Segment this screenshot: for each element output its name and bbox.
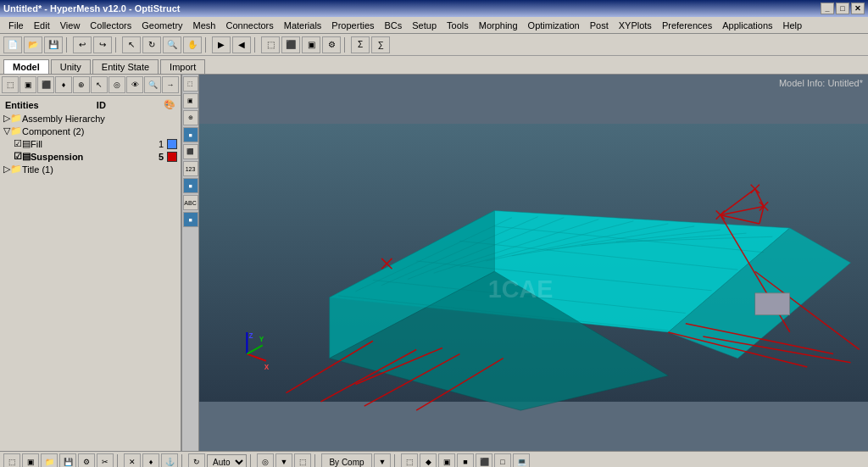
bt-btn-17[interactable]: ■ — [457, 453, 474, 467]
menu-view[interactable]: View — [55, 19, 86, 32]
menu-collectors[interactable]: Collectors — [85, 19, 136, 32]
tb2[interactable]: ◀ — [232, 36, 251, 53]
close-button[interactable]: ✕ — [851, 3, 865, 14]
icon-btn-3[interactable]: ⬛ — [37, 76, 54, 93]
icon-btn-5[interactable]: ⊕ — [73, 76, 90, 93]
vstrip-btn-7[interactable]: ■ — [183, 178, 198, 193]
tb3[interactable]: ⬚ — [261, 36, 280, 53]
vstrip-btn-6[interactable]: 123 — [183, 161, 198, 176]
pan-button[interactable]: ✋ — [183, 36, 202, 53]
entities-label: Entities — [5, 100, 39, 110]
icon-btn-4[interactable]: ♦ — [55, 76, 72, 93]
icon-btn-7[interactable]: ◎ — [108, 76, 125, 93]
vstrip-btn-3[interactable]: ⊕ — [183, 110, 198, 125]
icon-btn-2[interactable]: ▣ — [19, 76, 36, 93]
bt-btn-12[interactable]: ⬚ — [294, 453, 311, 467]
expand-icon: ▷ — [3, 164, 10, 175]
tab-import[interactable]: Import — [160, 59, 205, 74]
maximize-button[interactable]: □ — [836, 3, 849, 14]
tb8[interactable]: ∑ — [371, 36, 390, 53]
tree-fill[interactable]: ☑ ▤ Fill 1 — [2, 137, 179, 150]
bt-btn-3[interactable]: 📁 — [41, 453, 58, 467]
tab-entity-state[interactable]: Entity State — [92, 59, 159, 74]
menu-mesh[interactable]: Mesh — [188, 19, 221, 32]
menu-file[interactable]: File — [3, 19, 29, 32]
undo-button[interactable]: ↩ — [73, 36, 92, 53]
bt-btn-11[interactable]: ▼ — [275, 453, 292, 467]
tb7[interactable]: Σ — [351, 36, 370, 53]
menu-properties[interactable]: Properties — [326, 19, 379, 32]
bt-btn-9[interactable]: ⚓ — [161, 453, 178, 467]
check-icon: ☑ — [14, 138, 22, 149]
svg-text:Z: Z — [248, 332, 253, 340]
zoom-button[interactable]: 🔍 — [163, 36, 181, 53]
bt-btn-5[interactable]: ⚙ — [78, 453, 95, 467]
icon-btn-9[interactable]: 🔍 — [144, 76, 161, 93]
menu-bcs[interactable]: BCs — [380, 19, 408, 32]
redo-button[interactable]: ↪ — [93, 36, 112, 53]
viewport-3d[interactable]: Model Info: Untitled* — [199, 75, 868, 451]
new-button[interactable]: 📄 — [3, 36, 22, 53]
bottom-toolbar: ⬚ ▣ 📁 💾 ⚙ ✂ ✕ ♦ ⚓ ↻ Auto ◎ ▼ ⬚ By Comp ▼… — [0, 451, 868, 467]
icon-btn-6[interactable]: ↖ — [91, 76, 108, 93]
tree-title[interactable]: ▷ 📁 Title (1) — [2, 163, 179, 175]
menu-post[interactable]: Post — [585, 19, 614, 32]
menu-geometry[interactable]: Geometry — [136, 19, 187, 32]
vstrip-btn-9[interactable]: ■ — [183, 212, 198, 227]
bt-btn-15[interactable]: ◆ — [420, 453, 437, 467]
menu-applications[interactable]: Applications — [717, 19, 777, 32]
vstrip-btn-4[interactable]: ■ — [183, 127, 198, 142]
icon-btn-10[interactable]: → — [162, 76, 179, 93]
bt-btn-2[interactable]: ▣ — [22, 453, 39, 467]
bt-btn-4[interactable]: 💾 — [59, 453, 76, 467]
menu-setup[interactable]: Setup — [407, 19, 442, 32]
rotate-button[interactable]: ↻ — [142, 36, 161, 53]
menu-connectors[interactable]: Connectors — [220, 19, 278, 32]
vstrip-btn-1[interactable]: ⬚ — [183, 76, 198, 92]
vstrip-btn-2[interactable]: ▣ — [183, 93, 198, 108]
select-button[interactable]: ↖ — [122, 36, 141, 53]
menu-preferences[interactable]: Preferences — [657, 19, 717, 32]
bt-btn-18[interactable]: ⬛ — [476, 453, 492, 467]
bt-btn-14[interactable]: ⬚ — [401, 453, 418, 467]
tb1[interactable]: ▶ — [212, 36, 231, 53]
tb4[interactable]: ⬛ — [281, 36, 300, 53]
tab-unity[interactable]: Unity — [51, 59, 91, 74]
bt-btn-1[interactable]: ⬚ — [3, 453, 20, 467]
save-button[interactable]: 💾 — [44, 36, 63, 53]
auto-dropdown[interactable]: Auto — [207, 454, 247, 467]
menu-materials[interactable]: Materials — [279, 19, 327, 32]
menu-edit[interactable]: Edit — [29, 19, 55, 32]
menu-optimization[interactable]: Optimization — [523, 19, 585, 32]
bt-btn-13[interactable]: ▼ — [374, 453, 391, 467]
menu-xyplots[interactable]: XYPlots — [614, 19, 657, 32]
rotate-btn[interactable]: ↻ — [188, 453, 205, 467]
tree-component[interactable]: ▽ 📁 Component (2) — [2, 125, 179, 137]
bt-btn-7[interactable]: ✕ — [124, 453, 141, 467]
tb5[interactable]: ▣ — [302, 36, 320, 53]
bt-btn-19[interactable]: □ — [494, 453, 511, 467]
minimize-button[interactable]: _ — [821, 3, 834, 14]
suspension-id: 5 — [159, 152, 164, 162]
bt-btn-8[interactable]: ♦ — [142, 453, 159, 467]
tb6[interactable]: ⚙ — [322, 36, 341, 53]
vstrip-btn-5[interactable]: ⬛ — [183, 144, 198, 159]
icon-btn-8[interactable]: 👁 — [126, 76, 143, 93]
vstrip-btn-8[interactable]: ABC — [183, 195, 198, 210]
menu-tools[interactable]: Tools — [442, 19, 474, 32]
bt-btn-10[interactable]: ◎ — [257, 453, 274, 467]
menu-morphing[interactable]: Morphing — [474, 19, 523, 32]
tree-suspension[interactable]: ☑ ▤ Suspension 5 — [2, 150, 179, 163]
bt-btn-16[interactable]: ▣ — [438, 453, 455, 467]
tree-assembly-hierarchy[interactable]: ▷ 📁 Assembly Hierarchy — [2, 112, 179, 125]
tree-item-label: Component (2) — [22, 126, 84, 136]
open-button[interactable]: 📂 — [24, 36, 42, 53]
window-controls[interactable]: _ □ ✕ — [821, 3, 865, 14]
tab-model[interactable]: Model — [3, 59, 49, 74]
menu-help[interactable]: Help — [778, 19, 808, 32]
by-comp-button[interactable]: By Comp — [321, 453, 372, 467]
bt-btn-20[interactable]: 💻 — [513, 453, 530, 467]
folder-icon: 📁 — [10, 164, 22, 175]
icon-btn-1[interactable]: ⬚ — [2, 76, 19, 93]
bt-btn-6[interactable]: ✂ — [97, 453, 114, 467]
